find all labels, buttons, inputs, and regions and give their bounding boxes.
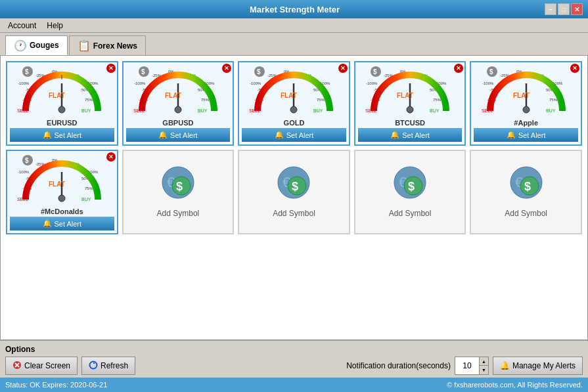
bell-icon-gold: 🔔: [275, 131, 284, 139]
gauge-eurusd: ✕ SELL BUY: [6, 61, 118, 146]
svg-text:-100%: -100%: [134, 81, 146, 85]
title-bar: Market Strength Meter – □ ✕: [0, 0, 588, 18]
bell-icon-btcusd: 🔔: [390, 131, 399, 139]
symbol-label-btcusd: BTCUSD: [395, 119, 425, 127]
gauge-btcusd: ✕ SELL BUY -100% 100%: [354, 61, 466, 146]
add-symbol-3[interactable]: € $ Add Symbol: [354, 150, 466, 234]
svg-text:BUY: BUY: [81, 197, 91, 202]
menu-account[interactable]: Account: [3, 20, 41, 32]
add-symbol-1[interactable]: € $ Add Symbol: [122, 150, 235, 234]
clear-screen-label: Clear Screen: [24, 361, 70, 370]
bell-icon-gbpusd: 🔔: [158, 131, 168, 139]
options-controls: Clear Screen Refresh Notification durati…: [5, 357, 583, 375]
tab-bar: 🕐 Gouges 📋 Forex News: [0, 33, 588, 55]
forex-news-tab-icon: 📋: [78, 39, 91, 53]
manage-alerts-button[interactable]: 🔔 Manage My Alerts: [493, 357, 583, 375]
add-symbol-label-2: Add Symbol: [273, 209, 315, 218]
svg-text:FLAT: FLAT: [281, 92, 297, 99]
svg-text:$: $: [176, 180, 183, 193]
gouges-tab-icon: 🕐: [14, 39, 27, 52]
options-bar: Options Clear Screen Refresh Notifi: [0, 340, 588, 378]
add-symbol-2[interactable]: € $ Add Symbol: [238, 150, 350, 234]
gauge-svg-mcdonalds: SELL BUY -100% 100% 0% -25% 25% -50% 50%…: [16, 154, 108, 206]
forex-news-tab-label: Forex News: [93, 41, 137, 51]
set-alert-apple[interactable]: 🔔 Set Alert: [474, 128, 578, 142]
add-symbol-icon-1: € $: [162, 166, 194, 205]
svg-text:FLAT: FLAT: [513, 92, 530, 99]
spinner-up-button[interactable]: ▲: [479, 357, 488, 366]
symbol-label-eurusd: EURUSD: [47, 119, 77, 127]
svg-point-13: [58, 106, 65, 113]
menu-bar: Account Help: [0, 18, 588, 33]
svg-text:75%: 75%: [201, 98, 210, 102]
add-symbol-4[interactable]: € $ Add Symbol: [470, 150, 582, 234]
notification-duration-label: Notification duration(seconds): [346, 361, 451, 370]
tab-gouges[interactable]: 🕐 Gouges: [5, 35, 68, 55]
options-heading: Options: [5, 345, 583, 354]
minimize-button[interactable]: –: [545, 3, 556, 15]
close-button[interactable]: ✕: [571, 3, 583, 15]
svg-text:FLAT: FLAT: [397, 92, 413, 99]
notification-value-input[interactable]: [455, 357, 479, 374]
refresh-button[interactable]: Refresh: [81, 357, 135, 375]
svg-text:-100%: -100%: [18, 81, 30, 85]
bell-icon-eurusd: 🔔: [43, 131, 52, 139]
svg-text:$: $: [408, 180, 415, 193]
menu-help[interactable]: Help: [41, 20, 68, 32]
clear-screen-icon: [12, 360, 22, 372]
svg-text:75%: 75%: [85, 186, 93, 190]
maximize-button[interactable]: □: [558, 3, 570, 15]
close-gold[interactable]: ✕: [338, 64, 348, 73]
add-symbol-icon-2: € $: [277, 166, 310, 205]
set-alert-btcusd[interactable]: 🔔 Set Alert: [358, 128, 463, 142]
svg-text:-100%: -100%: [482, 81, 494, 85]
close-mcdonalds[interactable]: ✕: [106, 152, 116, 162]
svg-text:$: $: [25, 68, 29, 76]
refresh-label: Refresh: [101, 361, 128, 370]
status-right: © fxsharerobots.com, All Rights Reserved…: [447, 381, 583, 389]
gauge-svg-btcusd: SELL BUY -100% 100% 0% -25% 25% -50% 50%…: [364, 65, 456, 118]
set-alert-gold[interactable]: 🔔 Set Alert: [242, 128, 346, 142]
spinner-down-button[interactable]: ▼: [479, 366, 488, 374]
clear-screen-button[interactable]: Clear Screen: [5, 357, 78, 375]
symbol-label-mcdonalds: #McDonalds: [41, 207, 83, 215]
set-alert-gbpusd[interactable]: 🔔 Set Alert: [126, 128, 231, 142]
add-symbol-label-1: Add Symbol: [157, 209, 200, 218]
svg-text:75%: 75%: [433, 98, 441, 102]
svg-text:BUY: BUY: [81, 108, 91, 113]
gauge-svg-eurusd: SELL BUY -100% 100% 0% -25% 25% -50% 50%…: [16, 65, 108, 118]
svg-text:FLAT: FLAT: [165, 92, 181, 99]
svg-text:-100%: -100%: [250, 81, 261, 85]
spinner-buttons: ▲ ▼: [479, 357, 488, 374]
status-bar: Status: OK Expires: 2020-06-21 © fxshare…: [0, 378, 588, 392]
window-controls: – □ ✕: [545, 3, 583, 15]
svg-text:$: $: [292, 180, 298, 193]
gauge-apple: ✕ SELL BUY -100% 100%: [470, 61, 582, 146]
gauges-row-2: ✕ SELL BUY -100% 100%: [6, 150, 582, 234]
svg-text:BUY: BUY: [198, 108, 208, 113]
svg-point-93: [58, 195, 65, 202]
refresh-icon: [89, 360, 98, 372]
bell-icon-apple: 🔔: [507, 131, 516, 139]
gauge-svg-gold: SELL BUY -100% 100% 0% -25% 25% -50% 50%…: [248, 65, 340, 118]
notification-spinner[interactable]: ▲ ▼: [455, 357, 489, 375]
close-apple[interactable]: ✕: [570, 64, 579, 73]
add-symbol-icon-4: € $: [510, 166, 543, 205]
svg-text:75%: 75%: [549, 98, 558, 102]
tab-forex-news[interactable]: 📋 Forex News: [69, 35, 146, 55]
gauge-display-gbpusd: SELL BUY -100% 100% 0% -25% 25% -50% 50%…: [126, 65, 231, 127]
set-alert-mcdonalds[interactable]: 🔔 Set Alert: [10, 217, 114, 230]
gauge-display-mcdonalds: SELL BUY -100% 100% 0% -25% 25% -50% 50%…: [10, 154, 114, 215]
gauge-display-btcusd: SELL BUY -100% 100% 0% -25% 25% -50% 50%…: [358, 65, 463, 127]
svg-text:$: $: [25, 157, 29, 164]
svg-text:-100%: -100%: [18, 170, 30, 174]
symbol-label-gbpusd: GBPUSD: [162, 119, 193, 127]
close-eurusd[interactable]: ✕: [106, 64, 116, 73]
svg-text:FLAT: FLAT: [49, 92, 65, 99]
gauges-row-1: ✕ SELL BUY: [6, 61, 582, 146]
gauge-svg-gbpusd: SELL BUY -100% 100% 0% -25% 25% -50% 50%…: [132, 65, 224, 118]
svg-text:BUY: BUY: [430, 108, 440, 113]
svg-text:$: $: [489, 68, 493, 76]
set-alert-eurusd[interactable]: 🔔 Set Alert: [10, 128, 114, 142]
svg-text:75%: 75%: [317, 98, 325, 102]
